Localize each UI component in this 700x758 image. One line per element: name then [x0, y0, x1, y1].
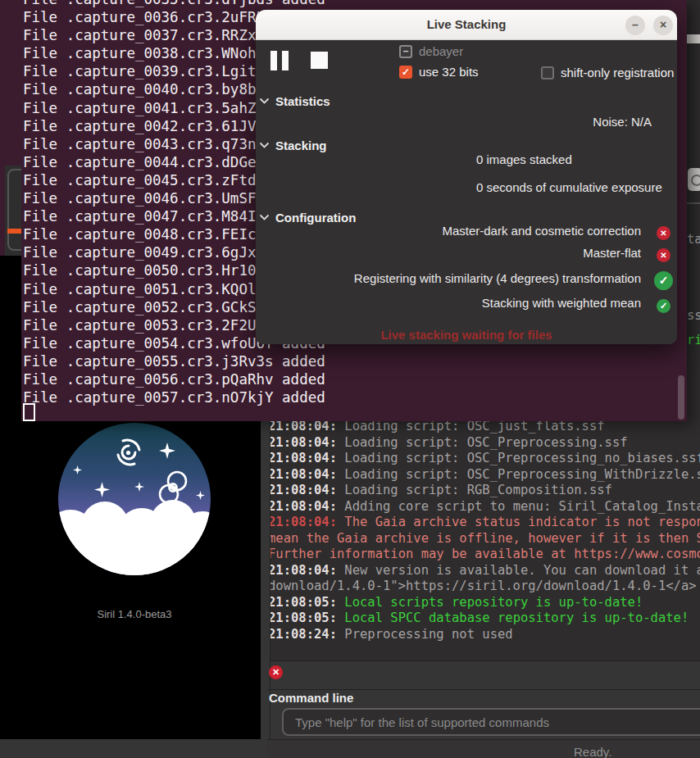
status-text: Ready.: [574, 745, 611, 758]
chevron-down-icon: [259, 98, 270, 105]
camera-icon: [688, 168, 700, 191]
log-line-fragment: ta: [687, 232, 700, 247]
camera-lens-icon: [691, 175, 700, 186]
log-line: 21:08:05: Local SPCC database repository…: [268, 610, 689, 626]
chevron-down-icon: [259, 142, 270, 149]
use-32bits-label: use 32 bits: [419, 65, 479, 79]
shift-only-label: shift-only registration: [561, 66, 674, 79]
config-row-label: Master-dark and cosmetic correction: [442, 224, 641, 238]
shift-only-row: shift-only registration: [541, 66, 674, 79]
spiral-galaxy-icon: [114, 438, 143, 467]
configuration-header: Configuration: [275, 211, 356, 225]
minimize-button[interactable]: –: [625, 16, 645, 35]
cloud: [75, 529, 198, 575]
version-label: Siril 1.4.0-beta3: [8, 608, 261, 620]
orange-indicator: [7, 229, 21, 234]
chevron-down-icon: [259, 214, 270, 221]
stacking-header: Stacking: [275, 138, 327, 152]
waiting-message: Live stacking waiting for files: [256, 328, 677, 342]
dialog-body: – debayer ✓ use 32 bits shift-only regis…: [256, 40, 677, 344]
pause-icon[interactable]: [270, 51, 277, 70]
dialog-titlebar[interactable]: Live Stacking – ×: [256, 10, 677, 40]
background-panel-fragment: [5, 166, 21, 256]
config-row-label: Registering with similarity (4 degrees) …: [354, 271, 641, 285]
background-toolbar-fragment: [687, 34, 700, 43]
dialog-title: Live Stacking: [256, 10, 677, 39]
images-stacked-value: 0 images stacked: [476, 152, 572, 166]
close-button[interactable]: ×: [653, 16, 673, 35]
log-line: 21:08:04: Loading script: OSC_Preprocess…: [268, 435, 628, 451]
image-display-area[interactable]: Siril 1.4.0-beta3: [8, 421, 261, 739]
log-line: Further information may be available at …: [268, 547, 700, 562]
clear-log-button[interactable]: ✕: [269, 665, 283, 679]
status-bar: Ready.: [267, 739, 700, 758]
star-icon: [159, 443, 175, 459]
background-button-fragment: [7, 169, 21, 251]
use-32bits-row: ✓ use 32 bits: [399, 65, 479, 79]
star-icon: [134, 482, 144, 492]
shift-only-checkbox[interactable]: [541, 66, 554, 79]
command-input[interactable]: [282, 708, 700, 736]
config-row-label: Stacking with weighted mean: [482, 296, 641, 310]
terminal-cursor: [23, 403, 35, 421]
command-line-label: Command line: [269, 691, 353, 705]
separator: [267, 689, 700, 690]
debayer-label: debayer: [419, 44, 463, 58]
star-icon: [94, 482, 110, 497]
separator: [687, 202, 700, 204]
statistics-header: Statistics: [275, 94, 330, 108]
cumulative-exposure-value: 0 seconds of cumulative exposure: [476, 180, 662, 194]
log-line-fragment: ri: [687, 333, 700, 347]
star-icon: [196, 491, 205, 500]
live-stacking-dialog: Live Stacking – × – debayer ✓ use 32 bit…: [256, 10, 677, 344]
log-line: 21:08:04: Loading script: OSC_Preprocess…: [268, 451, 700, 466]
stop-icon[interactable]: [311, 52, 328, 69]
debayer-checkbox[interactable]: –: [399, 45, 412, 58]
pause-icon[interactable]: [282, 51, 289, 70]
use-32bits-checkbox[interactable]: ✓: [399, 66, 412, 79]
siril-application: 21:08:04: Loading script: OSC_just_flats…: [0, 0, 700, 758]
log-line: 21:08:24: Preprocessing not used: [268, 627, 513, 642]
log-line: 21:08:04: The Gaia archive status indica…: [268, 515, 700, 530]
config-row-label: Master-flat: [583, 246, 641, 260]
star-icon: [73, 465, 82, 474]
noise-value: Noise: N/A: [593, 115, 652, 129]
stacking-expander[interactable]: Stacking: [259, 138, 327, 152]
log-line-fragment: ss: [687, 308, 700, 323]
log-line: 21:08:04: New version is available. You …: [268, 563, 700, 579]
log-line: 21:08:04: Loading script: OSC_Preprocess…: [268, 467, 700, 483]
log-line: 21:08:05: Local scripts repository is up…: [268, 595, 643, 610]
log-line: download/1.4.0-1">https://siril.org/down…: [268, 579, 697, 594]
siril-logo: [58, 423, 211, 575]
debayer-row: – debayer: [399, 44, 463, 58]
statistics-expander[interactable]: Statistics: [259, 94, 330, 108]
terminal-scrollbar[interactable]: [678, 375, 684, 420]
log-line: 21:08:04: Loading script: RGB_Compositio…: [268, 483, 612, 498]
background-image-fragment: [0, 256, 21, 739]
log-line: mean the Gaia archive is offline, howeve…: [268, 531, 700, 547]
configuration-expander[interactable]: Configuration: [259, 211, 356, 225]
log-line: 21:08:04: Adding core script to menu: Si…: [268, 499, 700, 515]
status-fail-icon: ✕: [657, 248, 670, 262]
status-ok-icon: ✓: [657, 299, 670, 313]
status-ok-icon: ✓: [654, 271, 673, 290]
status-fail-icon: ✕: [657, 226, 670, 240]
